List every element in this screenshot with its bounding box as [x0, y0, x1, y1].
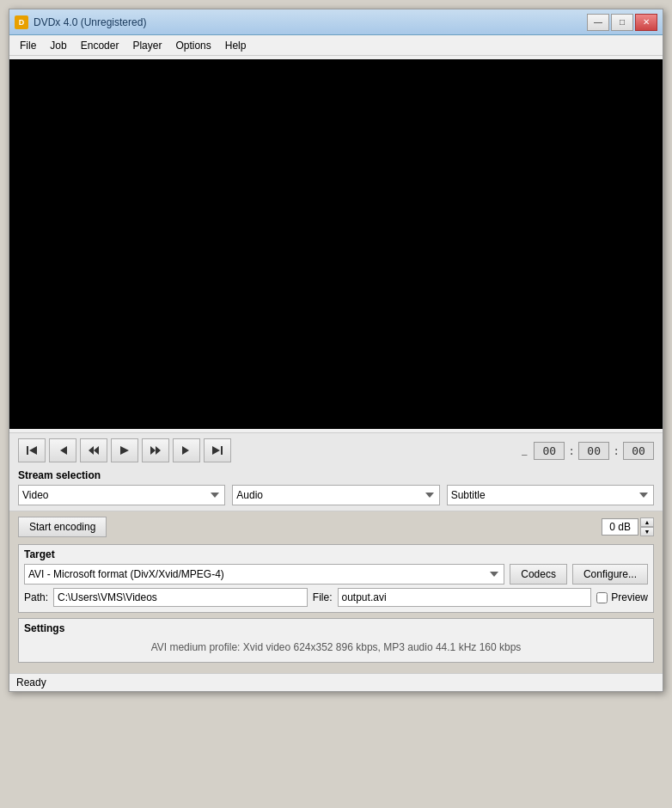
skip-start-button[interactable] — [18, 438, 46, 462]
skip-end-button[interactable] — [204, 438, 231, 462]
minimize-button[interactable]: — — [587, 14, 609, 31]
time-minutes: 00 — [578, 442, 609, 460]
window-title: DVDx 4.0 (Unregistered) — [34, 16, 146, 28]
next-chapter-button[interactable] — [173, 438, 200, 462]
settings-group: Settings AVI medium profile: Xvid video … — [18, 618, 654, 663]
fast-forward-button[interactable] — [142, 438, 169, 462]
path-input[interactable] — [53, 588, 308, 607]
time-display: _ 00 : 00 : 00 — [522, 442, 654, 460]
controls-area: _ 00 : 00 : 00 Stream selection Video Au… — [9, 432, 663, 511]
path-label: Path: — [24, 591, 48, 603]
menu-options[interactable]: Options — [168, 37, 217, 54]
playback-controls: _ 00 : 00 : 00 — [18, 438, 654, 462]
menu-bar: File Job Encoder Player Options Help — [9, 35, 663, 56]
time-colon-1: : — [568, 444, 575, 457]
time-colon-2: : — [613, 444, 620, 457]
file-input[interactable] — [338, 588, 592, 607]
stream-selection-label: Stream selection — [18, 469, 654, 481]
svg-marker-1 — [29, 446, 37, 455]
menu-file[interactable]: File — [13, 37, 43, 54]
close-button[interactable]: ✕ — [635, 14, 657, 31]
svg-marker-7 — [156, 446, 161, 455]
preview-checkbox[interactable] — [596, 592, 608, 603]
time-seconds: 00 — [623, 442, 654, 460]
db-control: 0 dB ▲ ▼ — [602, 517, 654, 536]
stream-section: Stream selection Video Audio Subtitle — [18, 469, 654, 505]
title-bar-left: D DVDx 4.0 (Unregistered) — [15, 15, 146, 29]
title-bar: D DVDx 4.0 (Unregistered) — □ ✕ — [9, 9, 663, 35]
settings-legend: Settings — [24, 622, 648, 634]
video-stream-select[interactable]: Video — [18, 485, 225, 505]
subtitle-stream-select[interactable]: Subtitle — [447, 485, 654, 505]
db-value: 0 dB — [602, 518, 638, 536]
db-down-button[interactable]: ▼ — [640, 527, 654, 536]
svg-marker-6 — [150, 446, 156, 455]
maximize-button[interactable]: □ — [611, 14, 633, 31]
status-bar: Ready — [9, 673, 663, 691]
configure-button[interactable]: Configure... — [572, 564, 648, 585]
status-text: Ready — [16, 676, 46, 689]
db-spinner: ▲ ▼ — [640, 517, 654, 536]
preview-checkbox-container: Preview — [596, 591, 648, 603]
menu-job[interactable]: Job — [43, 37, 73, 54]
svg-marker-3 — [94, 446, 99, 455]
menu-help[interactable]: Help — [218, 37, 254, 54]
preview-label: Preview — [611, 591, 648, 603]
window-controls: — □ ✕ — [587, 14, 657, 31]
start-encoding-button[interactable]: Start encoding — [18, 517, 107, 537]
target-row1: AVI - Microsoft format (DivX/Xvid/MPEG-4… — [24, 564, 648, 585]
svg-rect-0 — [27, 446, 28, 455]
svg-rect-10 — [221, 446, 223, 455]
db-up-button[interactable]: ▲ — [640, 517, 654, 527]
playback-buttons — [18, 438, 231, 462]
svg-marker-9 — [212, 446, 220, 455]
stream-dropdowns: Video Audio Subtitle — [18, 485, 654, 505]
play-button[interactable] — [111, 438, 138, 462]
time-underscore: _ — [522, 445, 527, 456]
settings-text: AVI medium profile: Xvid video 624x352 8… — [24, 638, 648, 657]
menu-player[interactable]: Player — [125, 37, 168, 54]
prev-chapter-button[interactable] — [49, 438, 76, 462]
target-row2: Path: File: Preview — [24, 588, 648, 607]
format-select[interactable]: AVI - Microsoft format (DivX/Xvid/MPEG-4… — [24, 564, 504, 585]
main-window: D DVDx 4.0 (Unregistered) — □ ✕ File Job… — [9, 9, 663, 692]
svg-marker-5 — [120, 446, 129, 455]
target-legend: Target — [24, 548, 648, 560]
codecs-button[interactable]: Codecs — [510, 564, 567, 585]
svg-marker-4 — [89, 446, 94, 455]
encoding-top: Start encoding 0 dB ▲ ▼ — [18, 517, 654, 537]
file-label: File: — [313, 591, 333, 603]
rewind-button[interactable] — [80, 438, 107, 462]
svg-marker-2 — [60, 446, 67, 455]
menu-encoder[interactable]: Encoder — [74, 37, 126, 54]
target-group: Target AVI - Microsoft format (DivX/Xvid… — [18, 544, 654, 613]
app-icon: D — [15, 15, 28, 29]
svg-marker-8 — [182, 446, 189, 455]
video-preview — [9, 59, 663, 429]
time-hours: 00 — [534, 442, 565, 460]
audio-stream-select[interactable]: Audio — [232, 485, 439, 505]
encoding-area: Start encoding 0 dB ▲ ▼ Target AVI - Mic… — [9, 511, 663, 673]
